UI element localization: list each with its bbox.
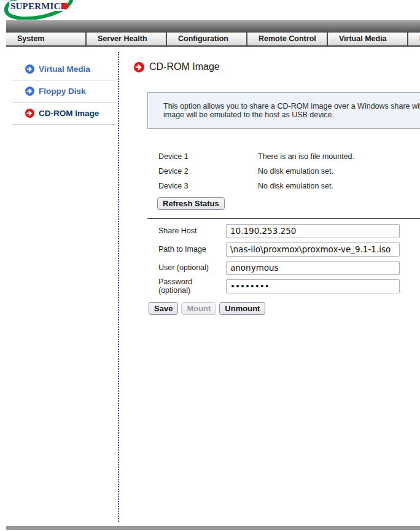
device-label: Device 2 [158,167,258,176]
page-title: CD-ROM Image [134,61,420,72]
tab-configuration[interactable]: Configuration [167,33,247,45]
sidebar-item-floppy-disk[interactable]: Floppy Disk [12,80,117,103]
path-to-image-label: Path to Image [158,245,226,254]
sidebar-item-label: Virtual Media [39,64,90,74]
form-row: Share Host [147,222,420,240]
unmount-button[interactable]: Unmount [219,302,265,315]
top-gradient-bar [6,20,420,32]
device-status: No disk emulation set. [258,182,333,190]
device-row: Device 2 No disk emulation set. [147,164,420,179]
user-label: User (optional) [158,263,226,272]
device-status: There is an iso file mounted. [258,152,354,161]
info-box: This option allows you to share a CD-ROM… [147,92,420,129]
device-row: Device 1 There is an iso file mounted. [147,149,420,164]
logo-red-dot [62,3,69,10]
device-row: Device 3 No disk emulation set. [147,179,420,193]
sidebar-item-label: Floppy Disk [39,87,86,96]
refresh-status-button[interactable]: Refresh Status [157,197,225,210]
form-row: Password (optional) [147,277,420,295]
sidebar-item-virtual-media[interactable]: Virtual Media [12,58,117,80]
supermicro-logo-graphic: SUPERMICR [4,0,75,20]
circle-arrow-icon [25,64,34,74]
info-line-1: This option allows you to share a CD-ROM… [163,102,420,110]
sidebar: Virtual Media Floppy Disk CD-ROM Image [12,58,117,125]
tab-maintenance[interactable]: Maintenance [408,33,420,45]
form-actions: Save Mount Unmount [149,302,420,315]
tab-system[interactable]: System [6,33,87,45]
page-title-text: CD-ROM Image [149,61,220,72]
device-status: No disk emulation set. [258,167,333,176]
device-label: Device 3 [158,182,258,190]
section-divider [147,218,420,219]
sidebar-item-cdrom-image[interactable]: CD-ROM Image [12,103,117,125]
form-row: User (optional) [147,258,420,277]
share-host-input[interactable] [226,224,400,238]
device-status-table: Device 1 There is an iso file mounted. D… [147,149,420,210]
main-nav: System Server Health Configuration Remot… [6,32,420,47]
save-button[interactable]: Save [149,302,178,315]
circle-arrow-icon [25,87,34,96]
path-to-image-input[interactable] [226,242,400,257]
device-label: Device 1 [158,152,258,161]
info-line-2: image will be emulated to the host as US… [163,110,420,119]
circle-arrow-icon [134,62,144,72]
share-host-label: Share Host [158,227,226,235]
password-label: Password (optional) [158,277,226,295]
mount-button[interactable]: Mount [181,302,216,315]
supermicro-logo: SUPERMICR [4,0,75,20]
sidebar-item-label: CD-ROM Image [39,109,99,118]
tab-virtual-media[interactable]: Virtual Media [328,33,408,45]
cdrom-share-form: Share Host Path to Image User (optional)… [147,222,420,295]
password-input[interactable] [226,279,400,293]
tab-remote-control[interactable]: Remote Control [247,33,328,45]
main-content: CD-ROM Image This option allows you to s… [134,59,420,315]
circle-arrow-icon [25,109,34,118]
form-row: Path to Image [147,240,420,258]
user-input[interactable] [226,261,400,275]
sidebar-dotted-divider [118,52,119,522]
bottom-gray-bar [6,526,420,530]
logo-text: SUPERMICR [10,1,68,11]
tab-server-health[interactable]: Server Health [87,33,167,45]
